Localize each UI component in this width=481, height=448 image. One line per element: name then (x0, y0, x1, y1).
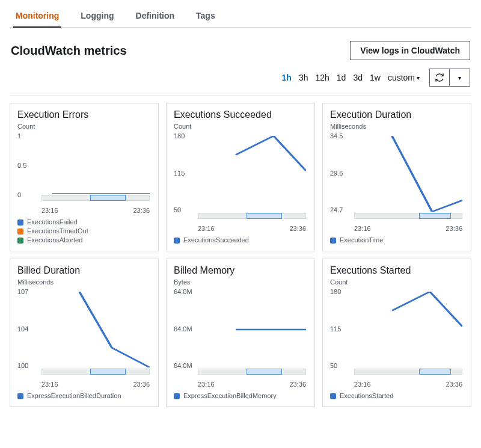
y-tick: 100 (17, 362, 28, 369)
page-title: CloudWatch metrics (11, 44, 127, 58)
x-tick-end: 23:36 (446, 381, 462, 388)
metric-card: Billed DurationMilliseconds10710410023:1… (10, 259, 159, 407)
x-tick-end: 23:36 (133, 381, 150, 388)
scrubber-handle[interactable] (90, 369, 126, 375)
x-tick-end: 23:36 (133, 207, 150, 214)
legend: ExecutionTime (330, 236, 464, 245)
range-custom[interactable]: custom ▾ (388, 73, 420, 82)
time-range-list: 1h 3h 12h 1d 3d 1w custom ▾ (282, 73, 420, 82)
view-logs-button[interactable]: View logs in CloudWatch (350, 41, 470, 60)
card-unit: Count (17, 123, 151, 130)
tab-logging[interactable]: Logging (78, 5, 116, 27)
time-scrubber[interactable] (41, 369, 150, 375)
legend-item[interactable]: ExecutionsTimedOut (17, 227, 151, 236)
time-range-row: 1h 3h 12h 1d 3d 1w custom ▾ ▾ (10, 65, 471, 95)
chart-plot (198, 292, 306, 367)
tab-tags[interactable]: Tags (194, 5, 218, 27)
refresh-button[interactable] (429, 69, 450, 87)
chart-area: 34.529.624.7 (330, 133, 464, 224)
range-1h[interactable]: 1h (282, 73, 292, 82)
chart-plot (41, 292, 150, 367)
y-tick: 115 (330, 325, 341, 333)
y-tick: 180 (330, 288, 341, 295)
x-tick-end: 23:36 (446, 225, 462, 232)
metric-card: Executions SucceededCount1801155023:1623… (166, 103, 315, 251)
x-tick-end: 23:36 (289, 225, 306, 232)
x-tick-start: 23:16 (198, 225, 215, 232)
scrubber-handle[interactable] (247, 369, 282, 375)
tabs: Monitoring Logging Definition Tags (10, 5, 471, 28)
y-tick: 34.5 (330, 132, 343, 140)
y-tick: 115 (174, 170, 185, 177)
legend-item[interactable]: ExecutionsStarted (330, 391, 464, 400)
legend-item[interactable]: ExecutionTime (330, 236, 464, 245)
scrubber-handle[interactable] (90, 195, 126, 201)
y-tick: 0.5 (17, 162, 26, 169)
legend-label: ExecutionsAborted (27, 236, 82, 245)
tab-definition[interactable]: Definition (133, 5, 177, 27)
legend-swatch (17, 393, 23, 399)
range-3h[interactable]: 3h (299, 73, 308, 82)
chart-area: 18011550 (330, 289, 464, 379)
scrubber-handle[interactable] (419, 213, 451, 219)
scrubber-handle[interactable] (247, 213, 282, 219)
x-ticks: 23:1623:36 (41, 381, 150, 388)
legend-item[interactable]: ExpressExecutionBilledMemory (174, 391, 307, 400)
legend: ExecutionsFailedExecutionsTimedOutExecut… (17, 218, 151, 245)
range-3d[interactable]: 3d (353, 73, 363, 82)
legend: ExecutionsSucceeded (174, 236, 307, 245)
chart-plot (354, 136, 462, 212)
time-scrubber[interactable] (198, 369, 306, 375)
refresh-dropdown-button[interactable]: ▾ (450, 69, 470, 87)
card-title: Execution Errors (17, 109, 151, 120)
time-scrubber[interactable] (198, 213, 306, 219)
y-tick: 107 (17, 288, 28, 295)
time-scrubber[interactable] (41, 195, 150, 201)
refresh-icon (435, 73, 444, 82)
legend-item[interactable]: ExecutionsSucceeded (174, 236, 307, 245)
legend-item[interactable]: ExecutionsAborted (17, 236, 151, 245)
y-tick: 50 (330, 362, 337, 369)
card-unit: Count (174, 123, 307, 130)
y-tick: 29.6 (330, 170, 343, 177)
card-unit: Milliseconds (330, 123, 464, 130)
refresh-button-group: ▾ (429, 69, 470, 87)
caret-down-icon: ▾ (458, 75, 461, 81)
card-title: Executions Succeeded (174, 109, 307, 120)
y-tick: 64.0M (174, 362, 192, 369)
x-tick-start: 23:16 (41, 381, 58, 388)
legend-item[interactable]: ExpressExecutionBilledDuration (17, 391, 151, 400)
tab-monitoring[interactable]: Monitoring (13, 5, 61, 28)
legend-item[interactable]: ExecutionsFailed (17, 218, 151, 227)
legend-label: ExecutionsTimedOut (27, 227, 88, 236)
card-title: Billed Memory (174, 265, 307, 276)
y-tick: 64.0M (174, 325, 192, 333)
x-tick-end: 23:36 (289, 381, 306, 388)
card-unit: Milliseconds (17, 278, 151, 286)
legend-swatch (17, 229, 23, 235)
legend-swatch (330, 238, 336, 244)
legend-label: ExpressExecutionBilledDuration (27, 391, 121, 400)
legend-label: ExpressExecutionBilledMemory (183, 391, 277, 400)
metric-card: Execution ErrorsCount10.5023:1623:36Exec… (10, 103, 159, 251)
y-tick: 180 (174, 132, 185, 140)
time-scrubber[interactable] (354, 213, 462, 219)
divider (10, 95, 471, 96)
scrubber-handle[interactable] (419, 369, 451, 375)
heading-row: CloudWatch metrics View logs in CloudWat… (10, 28, 471, 65)
legend-label: ExecutionsFailed (27, 218, 78, 227)
legend-label: ExecutionTime (340, 236, 383, 245)
range-1d[interactable]: 1d (337, 73, 346, 82)
range-1w[interactable]: 1w (370, 73, 381, 82)
card-unit: Count (330, 278, 464, 286)
x-ticks: 23:1623:36 (198, 225, 306, 232)
legend-swatch (174, 393, 180, 399)
range-12h[interactable]: 12h (315, 73, 329, 82)
legend-swatch (330, 393, 336, 399)
y-tick: 104 (17, 325, 28, 333)
legend: ExpressExecutionBilledMemory (174, 391, 307, 400)
time-scrubber[interactable] (354, 369, 462, 375)
metric-card: Execution DurationMilliseconds34.529.624… (322, 103, 471, 251)
y-tick: 50 (174, 206, 181, 213)
legend-swatch (174, 238, 180, 244)
